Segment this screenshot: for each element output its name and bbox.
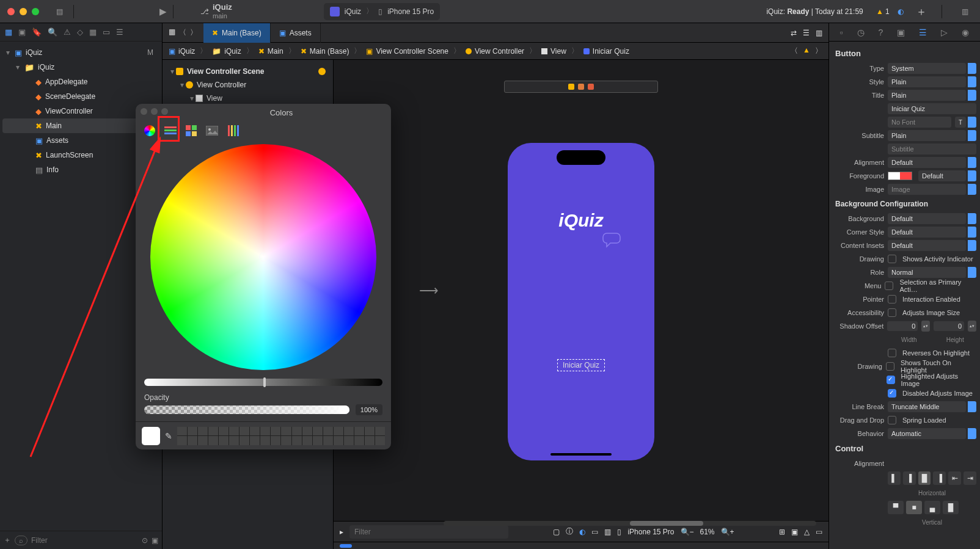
background-select[interactable]: Default — [888, 213, 966, 224]
size-inspector-icon[interactable]: ▷ — [941, 27, 948, 37]
title-mode-select[interactable]: Plain — [888, 90, 966, 101]
outline-vc[interactable]: ▾ View Controller — [165, 78, 331, 92]
pencils-mode-icon[interactable] — [225, 123, 241, 138]
info-icon[interactable]: ⓘ — [566, 526, 573, 537]
role-select[interactable]: Normal — [888, 267, 966, 278]
debug-icon[interactable]: ▦ — [89, 27, 97, 37]
dropdown-icon[interactable] — [968, 130, 976, 141]
orientation-icon[interactable]: ▭ — [591, 528, 598, 536]
project-navigator-icon[interactable]: ▦ — [5, 27, 12, 37]
warning-dot-icon[interactable] — [318, 68, 326, 75]
dropdown-icon[interactable] — [968, 117, 976, 128]
warning-icon[interactable]: ▲ — [803, 46, 810, 56]
pin-tool-icon[interactable]: ▣ — [791, 528, 798, 536]
dropdown-icon[interactable] — [968, 213, 976, 224]
first-responder-icon[interactable] — [578, 84, 584, 90]
color-swatch[interactable] — [888, 172, 912, 180]
align-top-icon[interactable]: ▀ — [888, 501, 904, 514]
warning-icon[interactable]: ▲ — [876, 7, 883, 16]
tree-root[interactable]: ▾▣ iQuiz M — [2, 45, 159, 60]
file-inspector-icon[interactable]: ▫ — [840, 27, 843, 37]
shadow-width-input[interactable] — [887, 321, 918, 331]
cloud-status-icon[interactable]: ◐ — [898, 7, 904, 16]
forward-small-icon[interactable]: 〉 — [815, 46, 822, 56]
crumb-label[interactable]: iQuiz — [178, 47, 195, 56]
source-control-icon[interactable]: ▣ — [18, 27, 26, 37]
history-inspector-icon[interactable]: ◷ — [857, 27, 865, 37]
alignment-select[interactable]: Default — [888, 157, 966, 168]
font-picker-icon[interactable]: T — [955, 117, 966, 128]
image-select[interactable]: Image — [888, 184, 966, 195]
branch-name[interactable]: main — [213, 12, 232, 20]
accessibility-checkbox[interactable] — [888, 308, 896, 317]
style-select[interactable]: Plain — [888, 76, 966, 87]
tree-group[interactable]: ▾📁 iQuiz — [2, 60, 159, 75]
color-sliders-mode-icon[interactable] — [163, 123, 178, 138]
zoom-level[interactable]: 61% — [700, 528, 715, 536]
attributes-inspector-icon[interactable]: ☰ — [919, 27, 927, 37]
zoom-out-icon[interactable]: 🔍− — [681, 528, 694, 536]
scene-header[interactable] — [504, 81, 658, 93]
linebreak-select[interactable]: Truncate Middle — [888, 401, 966, 412]
device-label[interactable]: iPhone 15 Pro — [627, 528, 674, 536]
foreground-select[interactable]: Default — [918, 170, 966, 181]
initial-vc-arrow-icon[interactable]: ⟶ — [419, 283, 439, 299]
canvas-hscroll[interactable] — [444, 521, 816, 527]
adjust-editor-icon[interactable]: ☰ — [803, 29, 810, 37]
navigator-filter-input[interactable] — [31, 536, 138, 545]
subtitle-mode-select[interactable]: Plain — [888, 130, 966, 141]
library-add-button[interactable]: ＋ — [916, 4, 927, 19]
run-button[interactable]: ▶ — [159, 6, 167, 17]
add-icon[interactable]: ＋ — [4, 535, 11, 545]
wheel-cursor[interactable] — [259, 253, 268, 261]
recent-colors-grid[interactable] — [177, 427, 385, 445]
opacity-value[interactable]: 100% — [356, 404, 382, 415]
spring-loaded-checkbox[interactable] — [888, 416, 896, 424]
back-icon[interactable]: 〈 — [179, 27, 186, 38]
crumb-label[interactable]: View Controller — [475, 47, 524, 56]
vc-header-icon[interactable] — [568, 84, 574, 90]
image-palettes-mode-icon[interactable] — [204, 123, 220, 138]
bookmark-icon[interactable]: 🔖 — [32, 27, 42, 37]
align-right-icon[interactable]: ▐ — [933, 471, 946, 485]
stepper-icon[interactable]: ▴▾ — [968, 321, 976, 332]
crumb-label[interactable]: View Controller Scene — [376, 47, 448, 56]
recent-icon[interactable]: ⊙ — [142, 536, 148, 545]
colors-panel[interactable]: Colors Opacity 100% ✎ — [136, 104, 391, 449]
dropdown-icon[interactable] — [968, 240, 976, 251]
dropdown-icon[interactable] — [968, 157, 976, 168]
pointer-checkbox[interactable] — [888, 295, 896, 304]
crumb-label[interactable]: Main (Base) — [310, 47, 349, 56]
activity-indicator-checkbox[interactable] — [888, 255, 896, 263]
outline-view[interactable]: ▾ View — [165, 92, 331, 105]
dropdown-icon[interactable] — [968, 76, 976, 87]
align-fill-v-icon[interactable]: █ — [943, 501, 959, 514]
corner-select[interactable]: Default — [888, 227, 966, 238]
minimap-icon[interactable]: ⇄ — [791, 29, 797, 37]
align-leading-icon[interactable]: ⇤ — [948, 471, 961, 485]
align-trailing-icon[interactable]: ⇥ — [964, 471, 976, 485]
filter-scope[interactable]: ⌕ — [15, 536, 27, 545]
crumb-label[interactable]: iQuiz — [224, 47, 241, 56]
color-wheel-mode-icon[interactable] — [142, 123, 158, 138]
layout-icon[interactable]: ▢ — [553, 528, 560, 536]
reports-icon[interactable]: ☰ — [116, 27, 123, 37]
color-palettes-mode-icon[interactable] — [183, 123, 199, 138]
dropdown-icon[interactable] — [968, 401, 976, 412]
type-select[interactable]: System — [888, 63, 966, 74]
outline-toggle-icon[interactable]: ▸ — [340, 528, 343, 536]
appearance-icon[interactable]: ◐ — [579, 528, 585, 536]
minimize-window-icon[interactable] — [20, 8, 27, 15]
resolve-tool-icon[interactable]: △ — [804, 528, 810, 536]
crumb-label[interactable]: Iniciar Quiz — [593, 47, 629, 56]
reverses-checkbox[interactable] — [888, 349, 896, 357]
close-window-icon[interactable] — [7, 8, 15, 15]
ib-canvas[interactable]: ⟶ iQuiz Iniciar Quiz — [334, 60, 828, 521]
project-name[interactable]: iQuiz — [213, 3, 232, 12]
highlighted-adjusts-checkbox[interactable] — [887, 376, 895, 384]
help-inspector-icon[interactable]: ? — [879, 27, 883, 37]
tree-file[interactable]: ◆AppDelegate — [2, 75, 159, 89]
issues-icon[interactable]: ⚠ — [64, 27, 71, 37]
breakpoints-icon[interactable]: ▭ — [103, 27, 110, 37]
debug-bar[interactable] — [334, 542, 828, 549]
